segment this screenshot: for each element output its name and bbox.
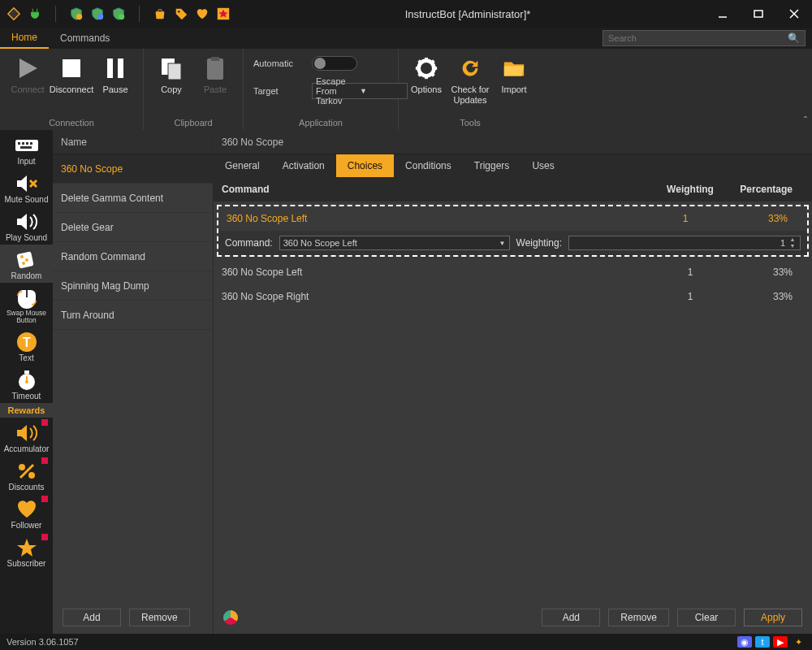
apply-button[interactable]: Apply <box>744 609 802 626</box>
ribbon-group-application: Automatic Target Escape From Tarkov ▼ Ap… <box>244 49 399 130</box>
rail-item-accumulator[interactable]: Accumulator <box>0 418 53 456</box>
table-row[interactable]: 360 No Scope Left 1 33% <box>218 206 807 231</box>
col-command[interactable]: Command <box>214 184 650 195</box>
remove-command-button[interactable]: Remove <box>129 609 190 626</box>
col-weighting[interactable]: Weighting <box>650 184 731 195</box>
add-command-button[interactable]: Add <box>63 609 121 626</box>
automatic-toggle[interactable] <box>312 56 357 71</box>
youtube-icon[interactable]: ▶ <box>773 636 788 648</box>
table-row[interactable]: 360 No Scope Right 1 33% <box>214 284 812 309</box>
connect-button[interactable]: Connect <box>6 52 49 107</box>
rail-header-rewards: Rewards <box>0 403 53 418</box>
title-bar: InstructBot [Administrator]* <box>0 0 812 28</box>
import-button[interactable]: Import <box>493 52 535 107</box>
target-select[interactable]: Escape From Tarkov ▼ <box>312 83 408 99</box>
svg-point-2 <box>97 14 103 20</box>
col-percentage[interactable]: Percentage <box>731 184 812 195</box>
copy-button[interactable]: Copy <box>150 52 192 107</box>
ribbon-group-label: Tools <box>399 118 542 130</box>
editor-weighting-input[interactable]: 1 ▲▼ <box>568 236 801 250</box>
tab-activation[interactable]: Activation <box>271 154 336 177</box>
search-input[interactable] <box>608 33 788 43</box>
pie-chart-icon[interactable] <box>223 610 238 625</box>
chevron-down-icon: ▼ <box>499 240 506 247</box>
window-title: InstructBot [Administrator]* <box>231 8 705 20</box>
tag-icon[interactable] <box>174 6 188 21</box>
folder-icon <box>501 55 527 81</box>
ribbon-collapse-button[interactable]: ˆ <box>804 115 807 127</box>
rail-item-timeout[interactable]: Timeout <box>0 365 53 403</box>
svg-point-4 <box>178 11 180 13</box>
ribbon-group-clipboard: Copy Paste Clipboard <box>144 49 244 130</box>
paste-icon <box>202 55 228 81</box>
list-item[interactable]: Delete Gear <box>53 213 213 242</box>
paste-button[interactable]: Paste <box>194 52 236 107</box>
main-tabs: Home Commands 🔍 <box>0 28 812 49</box>
add-choice-button[interactable]: Add <box>542 609 600 626</box>
svg-marker-11 <box>19 58 37 78</box>
svg-point-3 <box>119 14 124 20</box>
rail-item-follower[interactable]: Follower <box>0 494 53 532</box>
tab-conditions[interactable]: Conditions <box>394 154 463 177</box>
heart-icon <box>14 498 40 521</box>
tab-uses[interactable]: Uses <box>520 154 565 177</box>
pause-button[interactable]: Pause <box>94 52 136 107</box>
plug-icon[interactable] <box>28 6 42 21</box>
content-tabs: General Activation Choices Conditions Tr… <box>214 154 812 177</box>
star-sq-icon[interactable] <box>216 6 231 21</box>
svg-point-38 <box>20 255 24 258</box>
spin-up-icon[interactable]: ▲ <box>788 236 797 243</box>
gear-icon <box>413 55 439 81</box>
rail-item-swap-mouse[interactable]: Swap Mouse Button <box>0 283 53 327</box>
stopwatch-icon <box>14 369 40 392</box>
list-item[interactable]: Spinning Mag Dump <box>53 271 213 301</box>
shield-icon-2[interactable] <box>90 6 105 21</box>
options-button[interactable]: Options <box>405 52 447 107</box>
remove-choice-button[interactable]: Remove <box>608 609 669 626</box>
mouse-icon <box>14 287 40 310</box>
mute-icon <box>14 172 40 195</box>
tab-home[interactable]: Home <box>0 28 49 49</box>
editor-command-select[interactable]: 360 No Scope Left ▼ <box>279 236 510 250</box>
quick-access-toolbar <box>6 6 231 22</box>
close-button[interactable] <box>776 0 812 28</box>
table-row[interactable]: 360 No Scope Left 1 33% <box>214 260 812 284</box>
search-icon[interactable]: 🔍 <box>788 32 800 44</box>
svg-rect-29 <box>15 140 38 151</box>
bag-orange-icon[interactable] <box>153 6 167 21</box>
tab-choices[interactable]: Choices <box>336 154 394 177</box>
rail-item-subscriber[interactable]: Subscriber <box>0 532 53 570</box>
tab-general[interactable]: General <box>214 154 271 177</box>
list-item[interactable]: Turn Around <box>53 301 213 330</box>
shield-icon-3[interactable] <box>111 6 126 21</box>
list-item[interactable]: Random Command <box>53 242 213 271</box>
heart-icon[interactable] <box>195 6 209 21</box>
list-item[interactable]: Delete Gamma Content <box>53 184 213 213</box>
tab-commands[interactable]: Commands <box>49 28 121 49</box>
minimize-button[interactable] <box>705 0 741 28</box>
rail-item-mute[interactable]: Mute Sound <box>0 168 53 206</box>
shield-icon-1[interactable] <box>69 6 84 21</box>
search-box[interactable]: 🔍 <box>603 30 806 46</box>
svg-point-47 <box>28 472 35 479</box>
rail-item-text[interactable]: T Text <box>0 327 53 365</box>
list-item[interactable]: 360 No Scope <box>53 154 213 184</box>
choices-table: Command Weighting Percentage 360 No Scop… <box>214 177 812 601</box>
rail-item-random[interactable]: Random <box>0 245 53 283</box>
tab-triggers[interactable]: Triggers <box>463 154 521 177</box>
twitter-icon[interactable]: t <box>755 636 770 648</box>
badge-icon <box>41 496 48 502</box>
rail-item-play-sound[interactable]: Play Sound <box>0 206 53 245</box>
maximize-button[interactable] <box>741 0 776 28</box>
svg-line-28 <box>431 61 434 64</box>
svg-marker-0 <box>8 8 19 20</box>
app-small-icon[interactable]: ✦ <box>791 636 806 648</box>
clear-button[interactable]: Clear <box>677 609 736 626</box>
check-updates-button[interactable]: Check for Updates <box>449 52 491 107</box>
disconnect-button[interactable]: Disconnect <box>50 52 93 107</box>
rail-item-input[interactable]: Input <box>0 130 53 168</box>
spin-down-icon[interactable]: ▼ <box>788 243 797 249</box>
percent-icon <box>14 460 40 483</box>
discord-icon[interactable]: ◉ <box>737 636 752 648</box>
rail-item-discounts[interactable]: Discounts <box>0 456 53 494</box>
